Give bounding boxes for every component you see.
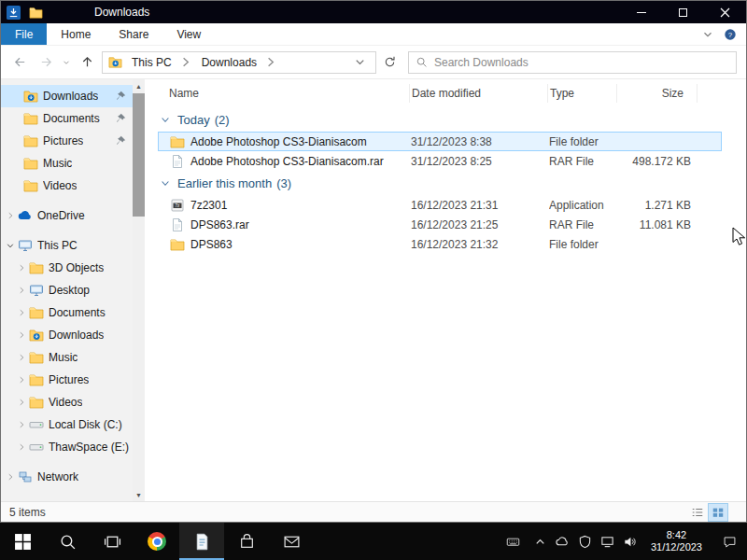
sidebar-item-documents[interactable]: Documents <box>1 301 133 324</box>
sidebar-item-downloads[interactable]: Downloads <box>1 85 133 107</box>
store-taskbar-icon[interactable] <box>224 523 269 560</box>
hidden-icons-chevron-icon[interactable] <box>529 523 552 560</box>
sidebar-item-3d-objects[interactable]: 3D Objects <box>1 257 133 279</box>
large-icons-view-button[interactable] <box>709 504 727 521</box>
task-view-button[interactable] <box>90 523 134 560</box>
touch-keyboard-icon[interactable] <box>498 523 529 560</box>
sidebar-item-thawspace-e[interactable]: ThawSpace (E:) <box>1 436 133 458</box>
column-header-name[interactable]: Name <box>158 84 410 103</box>
chrome-taskbar-icon[interactable] <box>134 523 179 560</box>
minimize-button[interactable] <box>620 1 662 23</box>
file-date: 16/12/2023 21:32 <box>411 238 549 251</box>
breadcrumb-this-pc[interactable]: This PC <box>127 56 176 69</box>
sidebar-item-this-pc[interactable]: This PC <box>1 234 133 257</box>
column-header-size[interactable]: Size <box>617 84 698 103</box>
sidebar-item-videos[interactable]: Videos <box>1 175 133 197</box>
sidebar-item-documents[interactable]: Documents <box>1 107 133 130</box>
group-header-today[interactable]: Today(2) <box>145 107 746 132</box>
chevron-right-icon[interactable] <box>5 210 16 221</box>
recent-locations-button[interactable] <box>59 50 74 75</box>
expand-ribbon-chevron-icon[interactable] <box>701 28 714 41</box>
file-row-adobe-photoshop-cs3-dianisacom-rar[interactable]: Adobe Photoshop CS3-Dianisacom.rar31/12/… <box>158 151 722 171</box>
breadcrumb-downloads[interactable]: Downloads <box>197 56 261 69</box>
sidebar-item-music[interactable]: Music <box>1 346 133 369</box>
group-header-earlier-this-month[interactable]: Earlier this month(3) <box>145 171 746 195</box>
sidebar-item-label: Pictures <box>49 373 89 386</box>
sidebar-item-onedrive[interactable]: OneDrive <box>1 204 133 227</box>
sidebar-item-label: OneDrive <box>37 209 85 222</box>
column-header-date-modified[interactable]: Date modified <box>410 84 548 103</box>
sidebar-item-pictures[interactable]: Pictures <box>1 369 133 391</box>
breadcrumb-separator-icon <box>178 55 192 69</box>
column-header-type[interactable]: Type <box>548 84 617 103</box>
sidebar-item-downloads[interactable]: Downloads <box>1 324 133 346</box>
folder-icon <box>29 395 44 410</box>
ethernet-tray-icon[interactable] <box>597 523 619 560</box>
file-row-adobe-photoshop-cs3-dianisacom[interactable]: Adobe Photoshop CS3-Dianisacom31/12/2023… <box>158 132 722 151</box>
sidebar-scrollbar[interactable]: ▲ ▼ <box>133 79 145 501</box>
address-bar[interactable]: This PC Downloads <box>102 51 376 74</box>
taskbar: 8:42 31/12/2023 <box>0 523 747 560</box>
chevron-right-icon[interactable] <box>16 329 27 341</box>
file-row-dps863-rar[interactable]: DPS863.rar16/12/2023 21:25RAR File11.081… <box>158 215 722 234</box>
chevron-right-icon[interactable] <box>16 441 27 453</box>
sidebar-item-label: Videos <box>43 179 77 192</box>
taskbar-search-button[interactable] <box>45 523 90 560</box>
taskbar-clock[interactable]: 8:42 31/12/2023 <box>641 523 712 560</box>
action-center-icon[interactable] <box>712 523 747 560</box>
folder-icon <box>23 133 38 148</box>
folder-icon <box>29 305 44 320</box>
search-input[interactable] <box>434 56 736 69</box>
group-count: (2) <box>215 113 230 127</box>
file-row-7z2301[interactable]: 7z7z230116/12/2023 21:31Application1.271… <box>158 195 722 215</box>
chevron-right-icon[interactable] <box>16 352 27 363</box>
downloads-folder-icon <box>23 89 38 104</box>
sidebar-item-network[interactable]: Network <box>1 466 133 488</box>
sidebar-item-label: This PC <box>37 239 78 252</box>
sidebar-item-label: Videos <box>49 396 82 409</box>
chevron-right-icon[interactable] <box>5 471 16 483</box>
start-button[interactable] <box>0 523 45 560</box>
chevron-right-icon[interactable] <box>16 262 27 273</box>
file-row-dps863[interactable]: DPS86316/12/2023 21:32File folder <box>158 234 722 254</box>
chevron-right-icon[interactable] <box>16 285 27 296</box>
tab-home[interactable]: Home <box>47 23 105 45</box>
address-dropdown-chevron-icon[interactable] <box>353 55 367 69</box>
back-button[interactable] <box>7 50 33 75</box>
sidebar-item-pictures[interactable]: Pictures <box>1 130 133 152</box>
scroll-up-icon[interactable]: ▲ <box>133 79 145 92</box>
chevron-right-icon[interactable] <box>16 307 27 318</box>
refresh-icon <box>383 55 397 69</box>
mail-taskbar-icon[interactable] <box>269 523 314 560</box>
document-app-taskbar-icon[interactable] <box>179 523 224 560</box>
help-icon[interactable]: ? <box>724 28 737 41</box>
quick-access-folder-icon[interactable] <box>29 6 43 20</box>
maximize-button[interactable] <box>662 1 704 23</box>
folder-icon <box>23 156 38 171</box>
sidebar-item-label: Network <box>37 470 78 483</box>
chevron-right-icon[interactable] <box>16 374 27 385</box>
chevron-down-icon[interactable] <box>5 240 16 251</box>
chevron-right-icon[interactable] <box>16 397 27 408</box>
sidebar-item-label: ThawSpace (E:) <box>49 441 129 454</box>
forward-button[interactable] <box>33 50 59 75</box>
sidebar-item-music[interactable]: Music <box>1 152 133 175</box>
refresh-button[interactable] <box>376 50 402 75</box>
tab-share[interactable]: Share <box>105 23 162 45</box>
scrollbar-thumb[interactable] <box>133 93 145 217</box>
tab-view[interactable]: View <box>162 23 215 45</box>
sidebar-item-local-disk-c[interactable]: Local Disk (C:) <box>1 413 133 436</box>
security-shield-tray-icon[interactable] <box>574 523 597 560</box>
details-view-button[interactable] <box>688 504 707 521</box>
chevron-right-icon[interactable] <box>16 419 27 430</box>
sidebar-item-videos[interactable]: Videos <box>1 391 133 413</box>
onedrive-tray-icon[interactable] <box>552 523 574 560</box>
volume-tray-icon[interactable] <box>619 523 641 560</box>
up-button[interactable] <box>74 50 100 75</box>
svg-text:7z: 7z <box>176 203 181 207</box>
network-icon <box>18 469 33 484</box>
tab-file[interactable]: File <box>1 23 47 45</box>
sidebar-item-desktop[interactable]: Desktop <box>1 279 133 301</box>
scroll-down-icon[interactable]: ▼ <box>133 488 145 501</box>
close-button[interactable] <box>704 1 746 23</box>
